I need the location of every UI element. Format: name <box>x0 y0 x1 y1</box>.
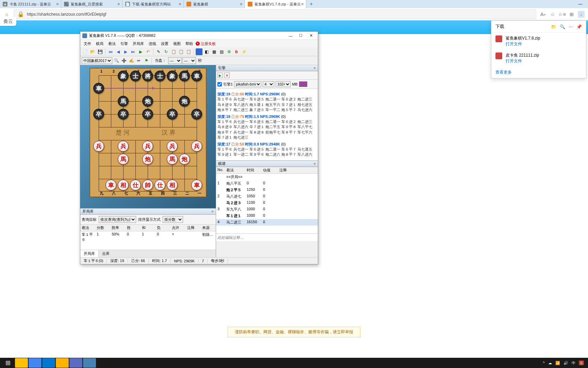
menu-connect[interactable]: 连线 <box>147 41 158 47</box>
task-edge[interactable] <box>42 358 55 368</box>
tab-cloud[interactable]: 云库 <box>99 250 113 257</box>
minimize-button[interactable]: — <box>573 0 588 8</box>
piece[interactable]: 士 <box>130 71 141 81</box>
download-item[interactable]: 鲨鱼象棋V1.7.8.zip 打开文件 <box>491 33 586 50</box>
openbook-row[interactable]: 车１平６150%010×初级… <box>80 231 216 243</box>
pin-icon[interactable]: 📌 <box>576 24 582 29</box>
piece[interactable]: 車 <box>191 71 202 81</box>
boardset-combo[interactable]: 中国象棋2017 <box>82 57 112 64</box>
menu-move[interactable]: 着法 <box>106 41 118 47</box>
downloads-icon[interactable]: ↓ <box>578 11 585 18</box>
close-icon[interactable]: × <box>211 209 214 214</box>
close-icon[interactable]: × <box>240 1 243 7</box>
piece[interactable]: 兵 <box>167 141 178 152</box>
piece[interactable]: 仕 <box>154 180 165 190</box>
grid-icon[interactable]: ▦ <box>211 48 217 55</box>
minimize-button[interactable]: — <box>286 33 295 39</box>
play-icon[interactable]: ▶ <box>137 48 144 55</box>
copy-icon[interactable]: 📋 <box>170 48 177 55</box>
curr-combo[interactable]: — <box>168 57 182 64</box>
panel-icon[interactable]: ▤ <box>218 48 225 55</box>
task-shark[interactable] <box>83 358 96 368</box>
close-button[interactable]: ✕ <box>306 33 316 39</box>
open-file-link[interactable]: 打开文件 <box>506 58 539 64</box>
piece[interactable]: 象 <box>118 71 129 81</box>
piece[interactable]: 炮 <box>142 154 153 165</box>
read-aloud-icon[interactable]: A» <box>540 11 546 18</box>
close-icon[interactable]: × <box>56 1 59 7</box>
note-input[interactable] <box>216 234 318 241</box>
tab-openbook[interactable]: 开局库 <box>80 250 99 257</box>
piece[interactable]: 卒 <box>167 109 178 120</box>
tab-0[interactable]: ●卡鱼 221111.zip - 蓝奏云× <box>0 0 61 8</box>
more-icon[interactable]: ⋯ <box>569 24 573 29</box>
piece[interactable]: 相 <box>118 180 129 190</box>
brush-icon[interactable]: ✍ <box>128 57 135 64</box>
menu-engine[interactable]: 引擎 <box>118 41 130 47</box>
hash-combo[interactable]: 1024 <box>276 81 291 87</box>
edit-icon[interactable]: ✎ <box>155 48 162 55</box>
folder-icon[interactable]: 📁 <box>551 24 556 29</box>
close-icon[interactable]: × <box>179 1 181 7</box>
piece[interactable]: 卒 <box>142 109 153 120</box>
window-icon[interactable] <box>196 48 202 55</box>
first-icon[interactable]: ⏮ <box>107 48 114 55</box>
tab-3[interactable]: 鲨鱼象棋× <box>184 0 245 8</box>
url-input[interactable]: 🔒 https://sharkchess.lanzoux.com/ifGrE0e… <box>14 10 536 19</box>
new-tab-button[interactable]: + <box>306 1 316 7</box>
see-more-link[interactable]: 查看更多 <box>491 67 586 78</box>
open-file-link[interactable]: 打开文件 <box>506 41 540 47</box>
piece[interactable]: 兵 <box>93 141 104 152</box>
piece[interactable]: 仕 <box>130 180 141 190</box>
last-icon[interactable]: ⏭ <box>130 48 136 55</box>
piece[interactable]: 卒 <box>93 109 104 120</box>
tray-ime[interactable]: 中 <box>572 361 575 366</box>
menu-help[interactable]: 帮助 <box>183 41 195 47</box>
piece[interactable]: 兵 <box>118 141 129 152</box>
piece[interactable]: 兵 <box>142 141 153 152</box>
piece[interactable]: 馬 <box>118 154 129 165</box>
engine-start-icon[interactable]: ▶ <box>217 73 223 78</box>
task-chrome[interactable] <box>15 358 28 368</box>
piece[interactable]: 帥 <box>142 180 153 190</box>
next-icon[interactable]: ▶ <box>122 48 129 55</box>
task-app2[interactable] <box>69 358 82 368</box>
piece[interactable]: 象 <box>167 71 178 81</box>
paste-icon[interactable]: 📋 <box>178 48 184 55</box>
plus-icon[interactable]: ➕ <box>120 57 127 64</box>
piece[interactable]: 炮 <box>179 154 190 165</box>
color-swatch[interactable] <box>299 81 307 87</box>
sort-combo[interactable]: 按分数 <box>163 216 183 223</box>
chess-board[interactable]: 1 2 3 4 5 6 7 8 9 九 八 七 六 五 四 三 <box>89 68 207 197</box>
piece[interactable]: 相 <box>167 180 178 190</box>
task-app[interactable] <box>29 358 42 368</box>
tab-4[interactable]: 鲨鱼象棋V1.7.8.zip - 蓝奏云× <box>245 0 306 8</box>
tray-wifi-icon[interactable]: 📶 <box>555 361 560 365</box>
engine-stop-icon[interactable]: ✕ <box>224 73 230 78</box>
close-icon[interactable]: × <box>313 162 316 166</box>
collections-icon[interactable]: ⊞ <box>568 11 575 18</box>
tray-cloud-icon[interactable]: ☁ <box>548 361 552 365</box>
titlebar[interactable]: 鲨鱼象棋 V1.7.8 —— QQ群：47358882 — ☐ ✕ <box>80 32 318 40</box>
save-icon[interactable]: 💾 <box>97 48 103 55</box>
piece[interactable]: 馬 <box>179 71 190 81</box>
piece[interactable]: 車 <box>191 180 202 190</box>
piece[interactable]: 車 <box>93 83 104 94</box>
menu-view[interactable]: 视图 <box>171 41 183 47</box>
flag-icon[interactable]: ⚑ <box>143 57 150 64</box>
open-icon[interactable]: 📂 <box>89 48 96 55</box>
menu-game[interactable]: 棋局 <box>94 41 105 47</box>
piece[interactable]: 炮 <box>142 96 153 107</box>
piece[interactable]: 車 <box>105 180 116 190</box>
pen-icon[interactable]: ✏ <box>135 57 142 64</box>
start-button[interactable]: ⊞ <box>1 358 14 368</box>
close-icon[interactable]: × <box>313 66 316 71</box>
home-icon[interactable]: ⌂ <box>3 11 10 18</box>
menu-openbook[interactable]: 开局库 <box>131 41 146 47</box>
download-item[interactable]: 皮卡鱼 221111.zip 打开文件 <box>491 50 586 67</box>
piece[interactable]: 將 <box>142 71 153 81</box>
threads-combo[interactable]: 4 <box>263 81 274 87</box>
favorites-bar-icon[interactable]: ☆≡ <box>559 11 566 18</box>
mglass-icon[interactable]: 🔍 <box>113 57 120 64</box>
menu-file[interactable]: 文件 <box>82 41 93 47</box>
